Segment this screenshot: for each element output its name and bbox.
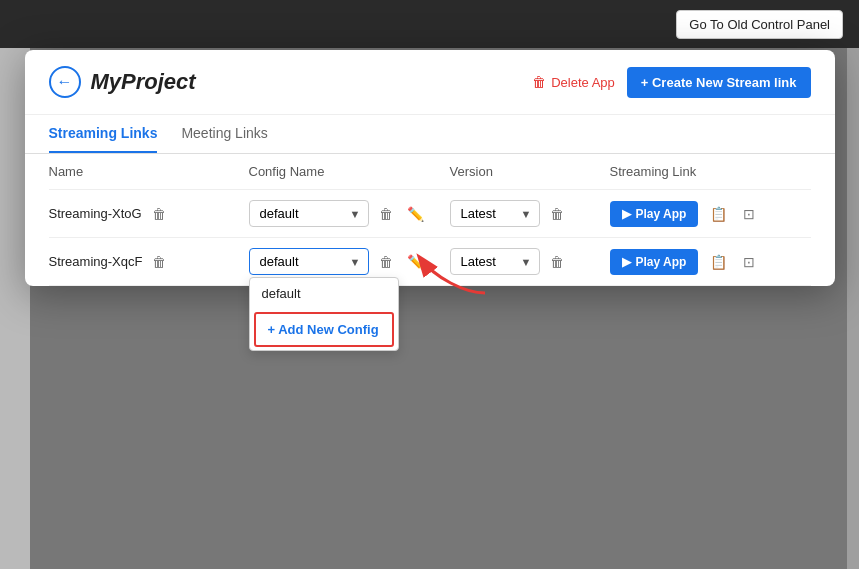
row2-delete-button[interactable]: 🗑 xyxy=(148,252,170,272)
row1-config-select-wrapper: default ▼ xyxy=(249,200,369,227)
row1-delete-button[interactable]: 🗑 xyxy=(148,204,170,224)
play-icon: ▶ xyxy=(622,207,631,221)
row1-version-cell: Latest ▼ 🗑 xyxy=(450,200,610,227)
row2-config-select-wrapper: default ▼ default + Add New Config xyxy=(249,248,369,275)
row2-config-delete-button[interactable]: 🗑 xyxy=(375,252,397,272)
row1-config-select[interactable]: default xyxy=(249,200,369,227)
modal-header-left: ← MyProject xyxy=(49,66,196,98)
row1-version-select-wrapper: Latest ▼ xyxy=(450,200,540,227)
row1-config-edit-button[interactable]: ✏️ xyxy=(403,204,428,224)
row2-config-select[interactable]: default xyxy=(249,248,369,275)
row2-config-edit-button[interactable]: ✏️ xyxy=(403,252,428,272)
table-row: Streaming-XtoG 🗑 default ▼ 🗑 ✏️ Latest xyxy=(49,190,811,238)
play-icon2: ▶ xyxy=(622,255,631,269)
row1-config-delete-button[interactable]: 🗑 xyxy=(375,204,397,224)
tabs-bar: Streaming Links Meeting Links xyxy=(25,115,835,154)
row2-streaming-link-cell: ▶ Play App 📋 ⊡ xyxy=(610,249,811,275)
row2-config-cell: default ▼ default + Add New Config 🗑 ✏️ xyxy=(249,248,450,275)
row2-name-cell: Streaming-XqcF 🗑 xyxy=(49,252,249,272)
table-row: Streaming-XqcF 🗑 default ▼ default + Add… xyxy=(49,238,811,286)
col-header-streaming-link: Streaming Link xyxy=(610,164,811,179)
modal: ← MyProject 🗑 Delete App + Create New St… xyxy=(25,50,835,286)
row1-name-cell: Streaming-XtoG 🗑 xyxy=(49,204,249,224)
tab-streaming-links[interactable]: Streaming Links xyxy=(49,115,158,153)
table-header: Name Config Name Version Streaming Link xyxy=(49,154,811,190)
row1-copy-link-button[interactable]: 📋 xyxy=(706,204,731,224)
row1-embed-button[interactable]: ⊡ xyxy=(739,204,759,224)
row2-version-cell: Latest ▼ 🗑 xyxy=(450,248,610,275)
col-header-version: Version xyxy=(450,164,610,179)
row2-embed-button[interactable]: ⊡ xyxy=(739,252,759,272)
tab-meeting-links[interactable]: Meeting Links xyxy=(181,115,267,153)
row2-name: Streaming-XqcF xyxy=(49,254,143,269)
col-header-name: Name xyxy=(49,164,249,179)
modal-header: ← MyProject 🗑 Delete App + Create New St… xyxy=(25,50,835,115)
create-stream-link-button[interactable]: + Create New Stream link xyxy=(627,67,811,98)
row1-streaming-link-cell: ▶ Play App 📋 ⊡ xyxy=(610,201,811,227)
back-button[interactable]: ← xyxy=(49,66,81,98)
col-header-config: Config Name xyxy=(249,164,450,179)
row2-version-select-wrapper: Latest ▼ xyxy=(450,248,540,275)
row2-version-select[interactable]: Latest xyxy=(450,248,540,275)
modal-title: MyProject xyxy=(91,69,196,95)
row1-version-select[interactable]: Latest xyxy=(450,200,540,227)
top-bar: Go To Old Control Panel xyxy=(0,0,859,48)
row1-name: Streaming-XtoG xyxy=(49,206,142,221)
table-container: Name Config Name Version Streaming Link … xyxy=(25,154,835,286)
row2-version-delete-button[interactable]: 🗑 xyxy=(546,252,568,272)
row1-play-app-button[interactable]: ▶ Play App xyxy=(610,201,699,227)
go-to-old-button[interactable]: Go To Old Control Panel xyxy=(676,10,843,39)
row1-version-delete-button[interactable]: 🗑 xyxy=(546,204,568,224)
config-dropdown-menu: default + Add New Config xyxy=(249,277,399,351)
trash-icon: 🗑 xyxy=(532,74,546,90)
add-new-config-button[interactable]: + Add New Config xyxy=(254,312,394,347)
row2-play-app-button[interactable]: ▶ Play App xyxy=(610,249,699,275)
config-option-default[interactable]: default xyxy=(250,278,398,309)
row2-copy-link-button[interactable]: 📋 xyxy=(706,252,731,272)
modal-header-right: 🗑 Delete App + Create New Stream link xyxy=(532,67,810,98)
row1-config-cell: default ▼ 🗑 ✏️ xyxy=(249,200,450,227)
delete-app-button[interactable]: 🗑 Delete App xyxy=(532,74,615,90)
bg-right-scroll xyxy=(847,48,859,569)
